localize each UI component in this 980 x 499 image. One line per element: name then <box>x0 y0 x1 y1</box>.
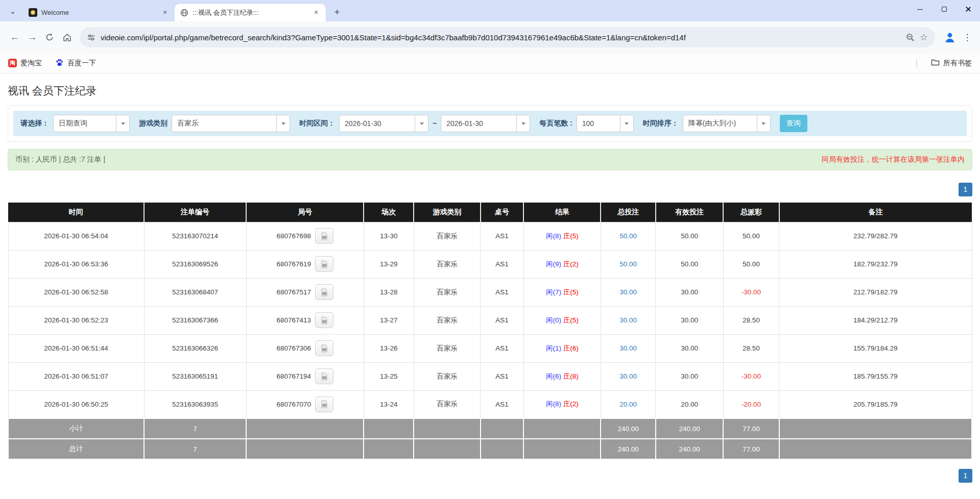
total-bet-link[interactable]: 30.00 <box>619 344 637 352</box>
zoom-out-icon[interactable] <box>906 33 915 42</box>
tab-close-icon[interactable]: × <box>160 8 170 17</box>
back-icon[interactable]: ← <box>6 29 23 46</box>
cell-total-bet: 30.00 <box>601 334 656 362</box>
url-text[interactable]: videoie.com/ipl/portal.php/game/betrecor… <box>101 33 901 42</box>
table-row: 2026-01-30 06:50:25 523163063935 6807670… <box>8 390 972 418</box>
filter-bar: 请选择： 日期查询 游戏类别 百家乐 时间区间： 2026-01-30 ~ 20… <box>13 111 967 136</box>
total-bet-link[interactable]: 30.00 <box>619 316 637 324</box>
video-playback-button[interactable] <box>315 368 333 384</box>
cell-valid-bet: 30.00 <box>656 278 723 306</box>
tab-search-chevron-icon[interactable]: ⌄ <box>5 4 20 19</box>
baidu-paw-icon <box>55 58 64 68</box>
page-1-button[interactable]: 1 <box>959 469 972 483</box>
cell-game-type: 百家乐 <box>414 278 480 306</box>
cell-bet-id: 523163066326 <box>144 334 246 362</box>
profile-avatar[interactable] <box>942 30 958 45</box>
cell-total-bet: 30.00 <box>601 306 656 334</box>
total-bet-link[interactable]: 30.00 <box>619 372 637 380</box>
tab-betrecord[interactable]: :::视讯 会员下注纪录::: × <box>175 4 326 21</box>
cell-time: 2026-01-30 06:51:44 <box>8 334 144 362</box>
folder-icon <box>931 58 940 68</box>
cell-result: 闲(9) 庄(2) <box>523 250 601 278</box>
all-bookmarks-button[interactable]: 所有书签 <box>931 58 972 68</box>
minimize-button[interactable] <box>908 0 932 18</box>
cell-table-no: AS1 <box>481 278 524 306</box>
cell-note: 212.79/182.79 <box>779 278 972 306</box>
video-playback-button[interactable] <box>315 284 333 300</box>
site-info-icon[interactable] <box>87 33 95 42</box>
cell-note: 182.79/232.79 <box>779 250 972 278</box>
cell-summary-count: 7 <box>144 439 246 459</box>
video-playback-button[interactable] <box>315 256 333 272</box>
cell-bet-id: 523163065191 <box>144 362 246 390</box>
bookmark-baidu[interactable]: 百度一下 <box>55 58 96 68</box>
cell-total-bet: 30.00 <box>601 278 656 306</box>
table-row: 2026-01-30 06:51:44 523163066326 6807673… <box>8 334 972 362</box>
cell-time: 2026-01-30 06:53:36 <box>8 250 144 278</box>
cell-round-id: 680767619 <box>246 250 364 278</box>
cell-bet-id: 523163070214 <box>144 222 246 250</box>
url-bar[interactable]: videoie.com/ipl/portal.php/game/betrecor… <box>80 27 935 47</box>
cell-summary-count: 7 <box>144 418 246 439</box>
cell-game-type: 百家乐 <box>414 362 480 390</box>
cell-table-no: AS1 <box>481 334 524 362</box>
bet-records-table: 时间 注单编号 局号 场次 游戏类别 桌号 结果 总投注 有效投注 总派彩 备注… <box>8 203 972 460</box>
table-header: 时间 注单编号 局号 场次 游戏类别 桌号 结果 总投注 有效投注 总派彩 备注 <box>8 203 972 222</box>
per-page-select[interactable]: 100 <box>577 115 634 132</box>
game-type-select[interactable]: 百家乐 <box>172 115 290 132</box>
window-controls <box>908 0 980 18</box>
query-button[interactable]: 查询 <box>780 115 807 132</box>
browser-menu-icon[interactable]: ⋮ <box>961 32 974 43</box>
pagination-bottom: 1 <box>8 469 972 483</box>
video-playback-button[interactable] <box>315 228 333 244</box>
total-bet-link[interactable]: 50.00 <box>619 232 637 240</box>
bookmark-label: 爱淘宝 <box>20 59 42 68</box>
total-bet-link[interactable]: 50.00 <box>619 260 637 268</box>
cell-valid-bet: 30.00 <box>656 334 723 362</box>
video-playback-button[interactable] <box>315 396 333 412</box>
bookmark-star-icon[interactable]: ☆ <box>920 32 928 43</box>
close-button[interactable] <box>956 0 980 18</box>
cell-session: 13-29 <box>364 250 414 278</box>
total-bet-link[interactable]: 20.00 <box>619 401 637 408</box>
date-to-select[interactable]: 2026-01-30 <box>441 115 530 132</box>
tab-welcome[interactable]: Welcome × <box>23 4 175 21</box>
cell-bet-id: 523163069526 <box>144 250 246 278</box>
cell-round-id: 680767413 <box>246 306 364 334</box>
forward-icon[interactable]: → <box>23 29 41 46</box>
total-bet-link[interactable]: 30.00 <box>619 288 637 296</box>
page-1-button[interactable]: 1 <box>959 183 972 196</box>
cell-result: 闲(0) 庄(5) <box>523 306 601 334</box>
game-type-label: 游戏类别 <box>139 119 168 128</box>
header-bet-id: 注单编号 <box>144 203 246 222</box>
cell-table-no: AS1 <box>481 362 524 390</box>
bookmark-label: 百度一下 <box>67 59 96 68</box>
maximize-button[interactable] <box>932 0 956 18</box>
date-from-select[interactable]: 2026-01-30 <box>339 115 428 132</box>
summary-row: 总计 7 240.00 240.00 77.00 <box>8 439 972 459</box>
cell-time: 2026-01-30 06:50:25 <box>8 390 144 418</box>
time-sort-select[interactable]: 降幂(由大到小) <box>683 115 771 132</box>
cell-result: 闲(1) 庄(6) <box>523 334 601 362</box>
reload-icon[interactable] <box>41 29 58 46</box>
header-time: 时间 <box>8 203 144 222</box>
chevron-down-icon <box>625 122 629 125</box>
video-playback-button[interactable] <box>315 340 333 356</box>
cell-note: 155.79/184.29 <box>779 334 972 362</box>
header-valid-bet: 有效投注 <box>656 203 723 222</box>
cell-result: 闲(6) 庄(8) <box>523 362 601 390</box>
cell-summary-label: 小计 <box>8 418 144 439</box>
query-mode-select[interactable]: 日期查询 <box>53 115 130 132</box>
home-icon[interactable] <box>58 29 76 46</box>
video-playback-button[interactable] <box>315 312 333 328</box>
table-row: 2026-01-30 06:53:36 523163069526 6807676… <box>8 250 972 278</box>
header-table-no: 桌号 <box>481 203 524 222</box>
tab-close-icon[interactable]: × <box>312 8 321 17</box>
round-id-text: 680767194 <box>276 372 311 380</box>
chevron-down-icon <box>521 122 525 125</box>
all-bookmarks-label: 所有书签 <box>943 59 972 68</box>
cell-payout: -30.00 <box>723 362 779 390</box>
new-tab-button[interactable]: + <box>330 5 344 19</box>
bookmark-taobao[interactable]: 淘 爱淘宝 <box>8 59 42 68</box>
cell-valid-bet: 30.00 <box>656 306 723 334</box>
